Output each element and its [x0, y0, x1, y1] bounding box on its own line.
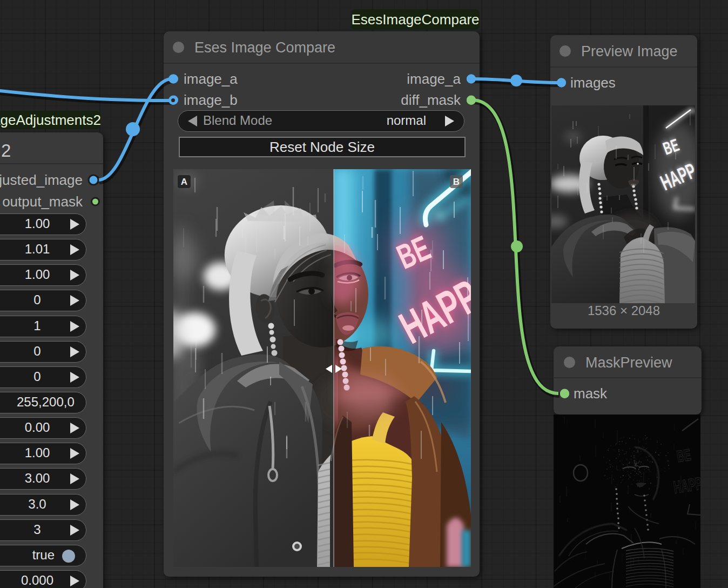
svg-text:B: B [453, 177, 460, 187]
svg-text:BE: BE [676, 445, 692, 465]
svg-text:HAPP: HAPP [672, 473, 700, 497]
svg-text:A: A [181, 177, 187, 187]
